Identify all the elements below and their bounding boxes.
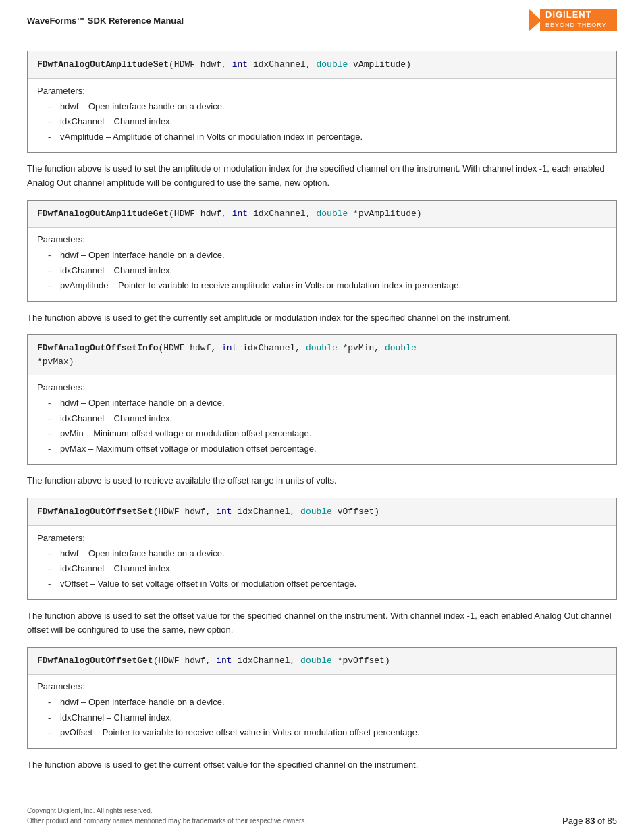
param-text-4-1: hdwf – Open interface handle on a device… — [60, 547, 225, 561]
params-label-5: Parameters: — [37, 681, 607, 692]
param-dash: - — [48, 115, 55, 128]
logo-image: DIGILENT BEYOND THEORY — [529, 8, 617, 32]
func-sig-mid2-3: *pvMin, — [338, 343, 385, 353]
param-item-3-1: - hdwf – Open interface handle on a devi… — [37, 396, 607, 410]
func-sig-mid1-5: idxChannel, — [232, 656, 300, 666]
param-text-1-1: hdwf – Open interface handle on a device… — [60, 100, 225, 113]
logo: DIGILENT BEYOND THEORY — [529, 8, 617, 32]
param-dash: - — [48, 427, 55, 440]
func-double-3a: double — [306, 343, 338, 353]
function-signature-1: FDwfAnalogOutAmplitudeSet(HDWF hdwf, int… — [28, 51, 616, 79]
page-header: WaveForms™ SDK Reference Manual DIGILENT… — [0, 0, 644, 38]
func-int-3: int — [221, 343, 237, 353]
func-sig-mid3-3: *pvMax) — [37, 357, 74, 367]
param-item-3-2: - idxChannel – Channel index. — [37, 412, 607, 425]
param-text-5-3: pvOffset – Pointer to variable to receiv… — [60, 726, 420, 739]
desc-text-3: The function above is used to retrieve a… — [27, 474, 617, 488]
param-text-4-2: idxChannel – Channel index. — [60, 562, 172, 575]
page-of: of — [595, 816, 607, 826]
param-item-5-2: - idxChannel – Channel index. — [37, 711, 607, 725]
param-text-2-3: pvAmplitude – Pointer to variable to rec… — [60, 279, 461, 292]
param-item-4-3: - vOffset – Value to set voltage offset … — [37, 577, 607, 591]
func-name-1: FDwfAnalogOutAmplitudeSet — [37, 59, 169, 70]
func-double-2: double — [317, 209, 348, 219]
param-dash: - — [48, 130, 55, 144]
param-item-2-1: - hdwf – Open interface handle on a devi… — [37, 249, 607, 262]
param-item-4-1: - hdwf – Open interface handle on a devi… — [37, 547, 607, 561]
func-name-5: FDwfAnalogOutOffsetGet — [37, 656, 153, 666]
func-name-3: FDwfAnalogOutOffsetInfo — [37, 343, 158, 353]
function-box-4: FDwfAnalogOutOffsetSet(HDWF hdwf, int id… — [27, 498, 617, 600]
func-sig-mid2-5: *pvOffset) — [332, 656, 390, 666]
func-sig-mid1-3: idxChannel, — [237, 343, 305, 353]
param-text-2-2: idxChannel – Channel index. — [60, 264, 172, 278]
param-dash: - — [48, 442, 55, 456]
function-params-5: Parameters: - hdwf – Open interface hand… — [28, 675, 616, 748]
func-sig-mid1-4: idxChannel, — [232, 506, 300, 517]
params-label-2: Parameters: — [37, 234, 607, 244]
func-sig-prefix-3: (HDWF hdwf, — [158, 343, 221, 353]
func-int-2: int — [232, 209, 248, 219]
param-dash: - — [48, 264, 55, 278]
param-item-1-3: - vAmplitude – Amplitude of channel in V… — [37, 130, 607, 144]
param-item-2-2: - idxChannel – Channel index. — [37, 264, 607, 278]
param-text-2-1: hdwf – Open interface handle on a device… — [60, 249, 225, 262]
param-dash: - — [48, 547, 55, 561]
param-item-3-4: - pvMax – Maximum offset voltage or modu… — [37, 442, 607, 456]
param-text-3-4: pvMax – Maximum offset voltage or modula… — [60, 442, 317, 456]
param-item-1-2: - idxChannel – Channel index. — [37, 115, 607, 128]
param-dash: - — [48, 100, 55, 113]
footer-page-info: Page 83 of 85 — [562, 816, 617, 826]
digilent-logo-svg: DIGILENT BEYOND THEORY — [529, 8, 617, 32]
func-sig-mid2-2: *pvAmplitude) — [348, 209, 421, 219]
param-dash: - — [48, 279, 55, 292]
func-sig-mid2-1: vAmplitude) — [348, 59, 411, 70]
page-total: 85 — [608, 816, 617, 826]
document-title: WaveForms™ SDK Reference Manual — [27, 16, 184, 26]
param-item-3-3: - pvMin – Minimum offset voltage or modu… — [37, 427, 607, 440]
param-dash: - — [48, 396, 55, 410]
page-footer: Copyright Digilent, Inc. All rights rese… — [0, 800, 644, 834]
svg-marker-0 — [529, 9, 541, 31]
params-label-4: Parameters: — [37, 533, 607, 543]
page-label: Page — [562, 816, 585, 826]
footer-copyright: Copyright Digilent, Inc. All rights rese… — [27, 806, 306, 826]
page: WaveForms™ SDK Reference Manual DIGILENT… — [0, 0, 644, 834]
func-int-1: int — [232, 59, 248, 70]
params-label-1: Parameters: — [37, 86, 607, 96]
param-item-5-1: - hdwf – Open interface handle on a devi… — [37, 696, 607, 709]
desc-text-2: The function above is used to get the cu… — [27, 311, 617, 325]
func-double-4: double — [300, 506, 332, 517]
func-double-5: double — [300, 656, 332, 666]
func-sig-prefix-5: (HDWF hdwf, — [153, 656, 217, 666]
function-params-4: Parameters: - hdwf – Open interface hand… — [28, 526, 616, 600]
param-dash: - — [48, 711, 55, 725]
function-box-2: FDwfAnalogOutAmplitudeGet(HDWF hdwf, int… — [27, 200, 617, 302]
page-number: 83 — [585, 816, 595, 826]
func-sig-prefix-2: (HDWF hdwf, — [169, 209, 232, 219]
function-box-5: FDwfAnalogOutOffsetGet(HDWF hdwf, int id… — [27, 647, 617, 749]
func-double-3b: double — [385, 343, 417, 353]
func-int-5: int — [216, 656, 232, 666]
function-signature-4: FDwfAnalogOutOffsetSet(HDWF hdwf, int id… — [28, 498, 616, 526]
desc-text-1: The function above is used to set the am… — [27, 162, 617, 190]
svg-text:BEYOND THEORY: BEYOND THEORY — [545, 22, 607, 28]
param-text-3-3: pvMin – Minimum offset voltage or modula… — [60, 427, 311, 440]
func-sig-mid1-1: idxChannel, — [248, 59, 316, 70]
func-int-4: int — [216, 506, 232, 517]
function-params-1: Parameters: - hdwf – Open interface hand… — [28, 79, 616, 153]
function-signature-2: FDwfAnalogOutAmplitudeGet(HDWF hdwf, int… — [28, 201, 616, 228]
param-dash: - — [48, 726, 55, 739]
func-name-2: FDwfAnalogOutAmplitudeGet — [37, 209, 169, 219]
param-dash: - — [48, 412, 55, 425]
param-dash: - — [48, 577, 55, 591]
desc-text-4: The function above is used to set the of… — [27, 609, 617, 637]
func-sig-mid1-2: idxChannel, — [248, 209, 316, 219]
param-text-5-1: hdwf – Open interface handle on a device… — [60, 696, 225, 709]
copyright-line1: Copyright Digilent, Inc. All rights rese… — [27, 806, 306, 816]
param-dash: - — [48, 562, 55, 575]
param-text-3-2: idxChannel – Channel index. — [60, 412, 172, 425]
params-label-3: Parameters: — [37, 382, 607, 392]
function-box-3: FDwfAnalogOutOffsetInfo(HDWF hdwf, int i… — [27, 334, 617, 465]
main-content: FDwfAnalogOutAmplitudeSet(HDWF hdwf, int… — [0, 38, 644, 800]
